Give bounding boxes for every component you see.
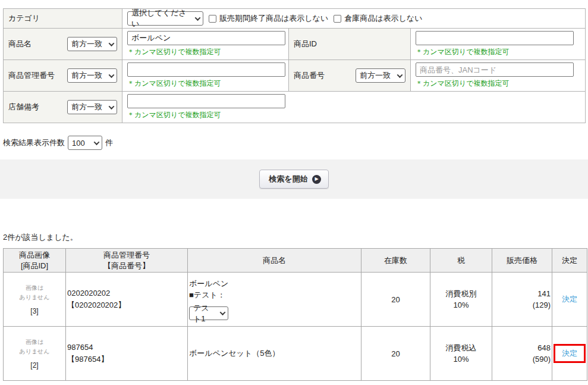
mgmt-number-label-cell: 商品管理番号 前方一致 [4,60,122,92]
select-product-link[interactable]: 決定 [562,295,577,303]
header-price: 販売価格 [492,249,552,273]
tax-cell: 消費税別 10% [430,273,492,327]
header-action: 決定 [552,249,587,273]
item-number-input[interactable] [416,62,574,77]
chevron-down-icon [220,309,226,315]
chevron-down-icon [109,104,115,109]
shop-memo-match-select[interactable]: 前方一致 [67,100,117,114]
chevron-down-icon [195,15,201,21]
mgmt-number-cell: 987654 【987654】 [66,327,188,381]
stock-cell: 20 [361,273,430,327]
chevron-down-icon [94,139,100,145]
results-header-row: 商品画像 [商品ID] 商品管理番号 【商品番号】 商品名 在庫数 税 販売価格… [4,249,587,273]
mgmt-number-cell: 0202020202 【0202020202】 [66,273,188,327]
start-search-button[interactable]: 検索を開始 ▶ [259,170,328,189]
no-image-placeholder: 画像は ありません [5,337,64,356]
result-count-select[interactable]: 100 [68,136,102,150]
action-cell: 決定 [552,327,587,381]
shop-memo-label-cell: 店舗備考 前方一致 [4,92,122,123]
arrow-right-circle-icon: ▶ [312,175,321,184]
product-name-match-select[interactable]: 前方一致 [67,37,117,51]
mgmt-number-label: 商品管理番号 [8,70,55,81]
category-label-cell: カテゴリ [4,9,122,29]
result-count-row: 検索結果表示件数 100 件 [3,136,588,150]
product-name-cell: ボールペンセット（5色） [188,327,361,381]
item-number-match-select[interactable]: 前方一致 [356,68,405,83]
header-product-image: 商品画像 [商品ID] [4,249,66,273]
product-name-cell: ボールペン ■テスト： テスト1 [188,273,361,327]
item-number-label-cell: 商品番号 前方一致 [289,60,411,92]
product-id-label: 商品ID [294,39,317,49]
tax-cell: 消費税込 10% [430,327,492,381]
variant-select[interactable]: テスト1 [189,306,228,320]
comma-note: ＊カンマ区切りで複数指定可 [127,47,284,57]
result-summary: 2件が該当しました。 [3,232,588,243]
category-select[interactable]: 選択してください [127,11,203,26]
comma-note: ＊カンマ区切りで複数指定可 [127,110,580,120]
hide-warehouse-checkbox-item: 倉庫商品は表示しない [334,13,422,24]
hide-expired-checkbox[interactable] [209,15,216,23]
product-id-input[interactable] [416,31,574,45]
product-id-label-cell: 商品ID [289,29,411,60]
search-button-band: 検索を開始 ▶ [0,159,588,199]
hide-warehouse-checkbox[interactable] [334,15,341,23]
product-id-value: [2] [5,361,64,370]
table-row: 画像は ありません [3] 0202020202 【0202020202】 ボー… [4,273,587,327]
shop-memo-input[interactable] [127,94,285,108]
header-stock: 在庫数 [361,249,430,273]
comma-note: ＊カンマ区切りで複数指定可 [416,47,580,57]
product-name-label-cell: 商品名 前方一致 [4,29,122,60]
product-id-value: [3] [5,307,64,315]
mgmt-number-match-select[interactable]: 前方一致 [67,68,117,83]
product-name-label: 商品名 [8,39,32,49]
header-product-name: 商品名 [188,249,361,273]
price-cell: 648 (590) [492,327,552,381]
hide-expired-checkbox-item: 販売期間終了商品は表示しない [209,13,328,24]
shop-memo-label: 店舗備考 [8,102,39,112]
product-image-cell: 画像は ありません [3] [4,273,66,327]
result-count-label: 検索結果表示件数 [3,137,65,148]
mgmt-number-input[interactable] [127,62,285,77]
product-image-cell: 画像は ありません [2] [4,327,66,381]
action-cell: 決定 [552,273,587,327]
item-number-label: 商品番号 [294,70,325,81]
hide-warehouse-label: 倉庫商品は表示しない [344,13,422,24]
results-table: 商品画像 [商品ID] 商品管理番号 【商品番号】 商品名 在庫数 税 販売価格… [3,248,587,381]
highlight-box: 決定 [554,344,586,363]
stock-cell: 20 [361,327,430,381]
price-cell: 141 (129) [492,273,552,327]
comma-note: ＊カンマ区切りで複数指定可 [127,79,284,89]
header-mgmt-number: 商品管理番号 【商品番号】 [66,249,188,273]
chevron-down-icon [397,72,403,78]
no-image-placeholder: 画像は ありません [5,283,64,302]
select-product-link[interactable]: 決定 [562,348,577,359]
chevron-down-icon [109,40,115,46]
chevron-down-icon [109,72,115,78]
category-label: カテゴリ [8,13,40,24]
product-name-input[interactable] [127,31,285,45]
result-count-unit: 件 [105,137,113,148]
hide-expired-label: 販売期間終了商品は表示しない [219,13,328,24]
search-form: カテゴリ 選択してください 販売期間終了商品は表示しない 倉庫商品は表示しない [3,8,586,123]
comma-note: ＊カンマ区切りで複数指定可 [416,79,580,89]
table-row: 画像は ありません [2] 987654 【987654】 ボールペンセット（5… [4,327,587,381]
header-tax: 税 [430,249,492,273]
